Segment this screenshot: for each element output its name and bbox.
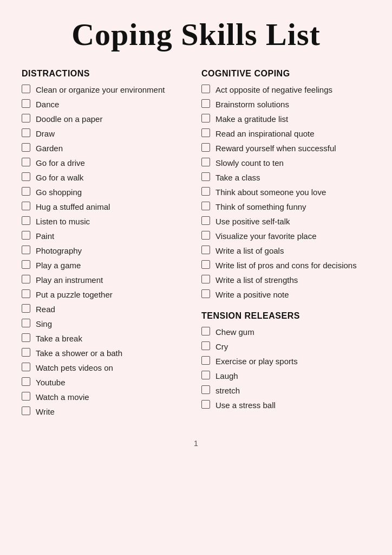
item-text: Write list of pros and cons for decision… bbox=[215, 260, 370, 271]
checkbox[interactable] bbox=[201, 216, 210, 225]
checkbox[interactable] bbox=[22, 333, 30, 342]
checkbox[interactable] bbox=[22, 231, 30, 240]
checkbox[interactable] bbox=[201, 231, 210, 240]
checkbox[interactable] bbox=[201, 172, 210, 181]
checkbox[interactable] bbox=[22, 289, 30, 298]
checkbox[interactable] bbox=[201, 327, 210, 335]
list-item: Make a gratitude list bbox=[201, 113, 370, 125]
item-text: Write a list of strengths bbox=[215, 274, 370, 286]
tension-list: Chew gumCryExercise or play sportsLaughs… bbox=[201, 326, 370, 411]
list-item: Garden bbox=[22, 143, 191, 154]
list-item: Dance bbox=[22, 99, 191, 110]
list-item: Read an inspirational quote bbox=[201, 128, 370, 139]
item-text: Paint bbox=[36, 230, 191, 242]
list-item: Exercise or play sports bbox=[201, 356, 370, 367]
item-text: Draw bbox=[36, 128, 191, 139]
item-text: Dance bbox=[36, 99, 191, 110]
checkbox[interactable] bbox=[22, 128, 30, 137]
checkbox[interactable] bbox=[22, 158, 30, 166]
checkbox[interactable] bbox=[22, 392, 30, 401]
list-item: Put a puzzle together bbox=[22, 289, 191, 300]
list-item: Draw bbox=[22, 128, 191, 139]
item-text: Watch a movie bbox=[36, 391, 191, 403]
checkbox[interactable] bbox=[201, 187, 210, 196]
cognitive-title: COGNITIVE COPING bbox=[201, 69, 370, 79]
item-text: Go for a walk bbox=[36, 172, 191, 183]
item-text: Doodle on a paper bbox=[36, 113, 191, 125]
item-text: Watch pets videos on bbox=[36, 362, 191, 373]
checkbox[interactable] bbox=[22, 377, 30, 386]
list-item: Write bbox=[22, 406, 191, 417]
checkbox[interactable] bbox=[201, 371, 210, 379]
item-text: Take a break bbox=[36, 333, 191, 344]
checkbox[interactable] bbox=[22, 304, 30, 313]
checkbox[interactable] bbox=[201, 356, 210, 365]
checkbox[interactable] bbox=[22, 363, 30, 371]
item-text: Make a gratitude list bbox=[215, 113, 370, 125]
page-number: 1 bbox=[22, 439, 370, 448]
list-item: Paint bbox=[22, 230, 191, 242]
list-item: Think about someone you love bbox=[201, 186, 370, 198]
checkbox[interactable] bbox=[201, 143, 210, 152]
checkbox[interactable] bbox=[22, 275, 30, 283]
checkbox[interactable] bbox=[201, 275, 210, 283]
list-item: Go for a walk bbox=[22, 172, 191, 183]
item-text: Think of something funny bbox=[215, 201, 370, 212]
checkbox[interactable] bbox=[201, 341, 210, 350]
list-item: Take a break bbox=[22, 333, 191, 344]
item-text: Hug a stuffed animal bbox=[36, 201, 191, 212]
list-item: Cry bbox=[201, 341, 370, 352]
checkbox[interactable] bbox=[201, 202, 210, 210]
item-text: Chew gum bbox=[215, 326, 370, 338]
checkbox[interactable] bbox=[22, 260, 30, 269]
checkbox[interactable] bbox=[201, 400, 210, 409]
list-item: Clean or organize your environment bbox=[22, 84, 191, 95]
item-text: Play a game bbox=[36, 260, 191, 271]
item-text: Laugh bbox=[215, 370, 370, 382]
list-item: Write list of pros and cons for decision… bbox=[201, 260, 370, 271]
item-text: Go for a drive bbox=[36, 157, 191, 169]
item-text: Read an inspirational quote bbox=[215, 128, 370, 139]
item-text: Think about someone you love bbox=[215, 186, 370, 198]
checkbox[interactable] bbox=[22, 172, 30, 181]
checkbox[interactable] bbox=[22, 99, 30, 108]
item-text: Listen to music bbox=[36, 216, 191, 227]
checkbox[interactable] bbox=[22, 246, 30, 254]
item-text: Cry bbox=[215, 341, 370, 352]
checkbox[interactable] bbox=[22, 114, 30, 122]
checkbox[interactable] bbox=[201, 114, 210, 122]
item-text: Use positive self-talk bbox=[215, 216, 370, 227]
checkbox[interactable] bbox=[201, 128, 210, 137]
checkbox[interactable] bbox=[201, 260, 210, 269]
checkbox[interactable] bbox=[201, 99, 210, 108]
checkbox[interactable] bbox=[22, 202, 30, 210]
item-text: Write a positive note bbox=[215, 289, 370, 300]
checkbox[interactable] bbox=[22, 348, 30, 357]
checkbox[interactable] bbox=[201, 385, 210, 394]
item-text: stretch bbox=[215, 385, 370, 396]
list-item: Go shopping bbox=[22, 186, 191, 198]
checkbox[interactable] bbox=[22, 187, 30, 196]
list-item: Youtube bbox=[22, 377, 191, 388]
checkbox[interactable] bbox=[201, 246, 210, 254]
list-item: Write a list of goals bbox=[201, 245, 370, 256]
checkbox[interactable] bbox=[22, 216, 30, 225]
checkbox[interactable] bbox=[201, 158, 210, 166]
item-text: Use a stress ball bbox=[215, 399, 370, 411]
checkbox[interactable] bbox=[22, 85, 30, 93]
list-item: Take a class bbox=[201, 172, 370, 183]
checkbox[interactable] bbox=[201, 289, 210, 298]
item-text: Take a shower or a bath bbox=[36, 347, 191, 359]
distractions-list: Clean or organize your environmentDanceD… bbox=[22, 84, 191, 417]
checkbox[interactable] bbox=[201, 85, 210, 93]
right-column: COGNITIVE COPING Act opposite of negativ… bbox=[201, 69, 370, 422]
item-text: Go shopping bbox=[36, 186, 191, 198]
checkbox[interactable] bbox=[22, 406, 30, 415]
checkbox[interactable] bbox=[22, 143, 30, 152]
item-text: Garden bbox=[36, 143, 191, 154]
list-item: stretch bbox=[201, 385, 370, 396]
list-item: Reward yourself when successful bbox=[201, 143, 370, 154]
checkbox[interactable] bbox=[22, 319, 30, 327]
item-text: Visualize your favorite place bbox=[215, 230, 370, 242]
item-text: Write a list of goals bbox=[215, 245, 370, 256]
